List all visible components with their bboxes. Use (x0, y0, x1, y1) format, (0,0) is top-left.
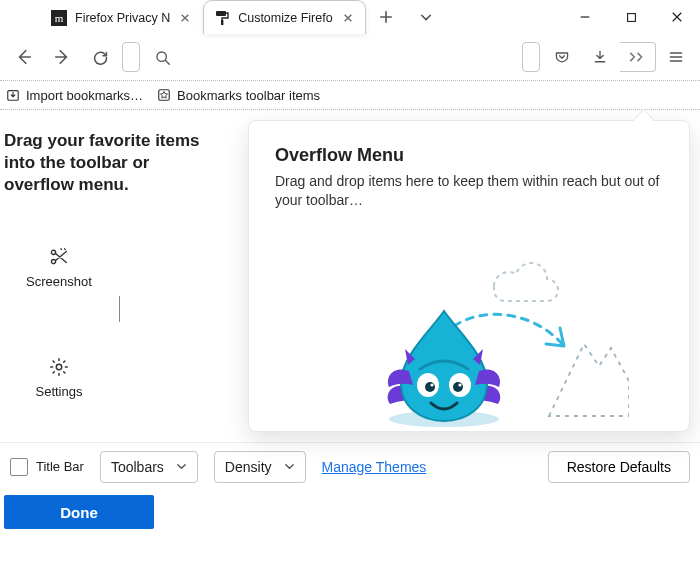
drag-space-slot[interactable] (522, 42, 540, 72)
overflow-title: Overflow Menu (275, 145, 663, 166)
all-tabs-button[interactable] (406, 0, 446, 34)
separator-icon (119, 296, 120, 322)
density-label: Density (225, 459, 272, 475)
customize-footer: Title Bar Toolbars Density Manage Themes… (0, 442, 700, 490)
import-bookmarks-label: Import bookmarks… (26, 88, 143, 103)
paint-roller-icon (214, 10, 230, 26)
done-label: Done (60, 504, 98, 521)
customize-footer-done: Done (0, 490, 700, 534)
svg-point-17 (458, 383, 461, 386)
close-icon[interactable] (178, 11, 192, 25)
tab-label: Customize Firefo (238, 11, 332, 25)
downloads-button[interactable] (582, 39, 618, 75)
svg-point-14 (425, 382, 435, 392)
titlebar-checkbox[interactable]: Title Bar (10, 458, 84, 476)
toolbar-palette: Screenshot (4, 242, 224, 326)
restore-defaults-label: Restore Defaults (567, 459, 671, 475)
svg-rect-3 (221, 20, 223, 25)
search-icon[interactable] (144, 39, 180, 75)
gear-icon (48, 356, 70, 378)
app-menu-button[interactable] (658, 39, 694, 75)
chevron-down-icon (284, 461, 295, 472)
drag-space-slot[interactable] (122, 42, 140, 72)
manage-themes-label: Manage Themes (322, 459, 427, 475)
scissors-icon (48, 246, 70, 268)
overflow-menu-button[interactable] (620, 42, 656, 72)
forward-button[interactable] (44, 39, 80, 75)
svg-point-15 (453, 382, 463, 392)
titlebar-checkbox-input[interactable] (10, 458, 28, 476)
palette-item-screenshot[interactable]: Screenshot (4, 242, 114, 326)
overflow-description: Drag and drop items here to keep them wi… (275, 172, 663, 210)
bookmarks-toolbar: Import bookmarks… Bookmarks toolbar item… (0, 80, 700, 110)
overflow-menu-panel[interactable]: Overflow Menu Drag and drop items here t… (248, 120, 690, 432)
palette-item-label: Screenshot (26, 274, 92, 289)
import-bookmarks-button[interactable]: Import bookmarks… (6, 88, 143, 103)
back-button[interactable] (6, 39, 42, 75)
window-close-button[interactable] (654, 0, 700, 34)
overflow-illustration (275, 210, 663, 431)
svg-text:m: m (55, 12, 64, 24)
svg-point-5 (156, 51, 165, 60)
done-button[interactable]: Done (4, 495, 154, 529)
chevron-down-icon (176, 461, 187, 472)
tab-label: Firefox Privacy N (75, 11, 170, 25)
bookmarks-toolbar-items-label: Bookmarks toolbar items (177, 88, 320, 103)
window-minimize-button[interactable] (562, 0, 608, 34)
toolbars-label: Toolbars (111, 459, 164, 475)
navigation-toolbar (0, 34, 700, 80)
svg-point-16 (430, 383, 433, 386)
palette-item-label: Settings (36, 384, 83, 399)
customize-main: Drag your favorite items into the toolba… (0, 110, 700, 442)
customize-instruction: Drag your favorite items into the toolba… (4, 130, 224, 196)
palette-item-settings[interactable]: Settings (4, 352, 114, 403)
restore-defaults-button[interactable]: Restore Defaults (548, 451, 690, 483)
toolbars-dropdown[interactable]: Toolbars (100, 451, 198, 483)
svg-point-10 (56, 365, 62, 371)
density-dropdown[interactable]: Density (214, 451, 306, 483)
new-tab-button[interactable] (366, 0, 406, 34)
favicon-mozilla: m (51, 10, 67, 26)
svg-rect-2 (216, 11, 226, 16)
close-icon[interactable] (341, 11, 355, 25)
tab-customize[interactable]: Customize Firefo (203, 0, 365, 34)
reload-button[interactable] (82, 39, 118, 75)
bookmarks-toolbar-items[interactable]: Bookmarks toolbar items (157, 88, 320, 103)
tab-strip: m Firefox Privacy N Customize Firefo (0, 0, 700, 34)
window-maximize-button[interactable] (608, 0, 654, 34)
titlebar-label: Title Bar (36, 459, 84, 474)
pocket-button[interactable] (544, 39, 580, 75)
tab-firefox-privacy[interactable]: m Firefox Privacy N (40, 0, 203, 34)
svg-rect-4 (627, 13, 635, 21)
manage-themes-link[interactable]: Manage Themes (322, 459, 427, 475)
palette-separator[interactable] (114, 242, 124, 326)
